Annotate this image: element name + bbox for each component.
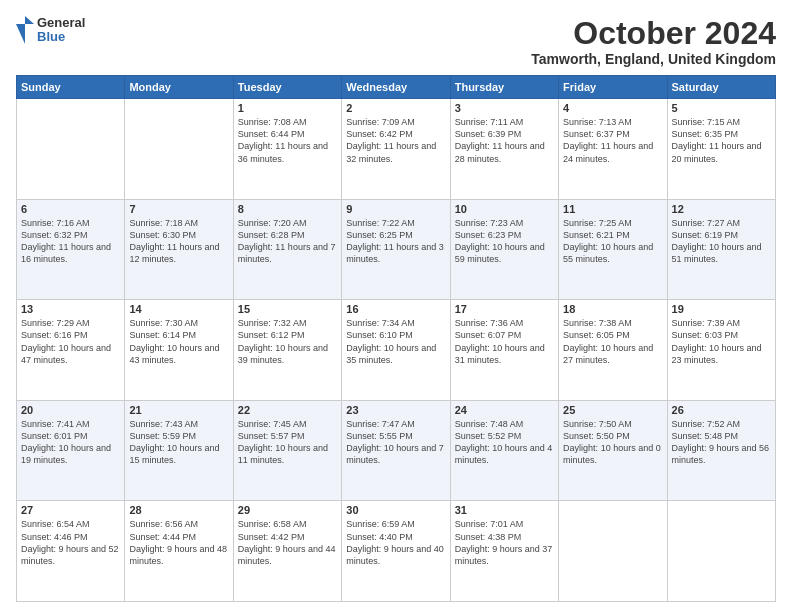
table-row: 16Sunrise: 7:34 AMSunset: 6:10 PMDayligh… <box>342 300 450 401</box>
day-info: Sunrise: 7:18 AMSunset: 6:30 PMDaylight:… <box>129 217 228 266</box>
table-row: 12Sunrise: 7:27 AMSunset: 6:19 PMDayligh… <box>667 199 775 300</box>
table-row: 9Sunrise: 7:22 AMSunset: 6:25 PMDaylight… <box>342 199 450 300</box>
day-info: Sunrise: 7:09 AMSunset: 6:42 PMDaylight:… <box>346 116 445 165</box>
day-number: 16 <box>346 303 445 315</box>
page: General Blue October 2024 Tamworth, Engl… <box>0 0 792 612</box>
title-block: October 2024 Tamworth, England, United K… <box>531 16 776 67</box>
day-number: 3 <box>455 102 554 114</box>
table-row <box>559 501 667 602</box>
day-info: Sunrise: 7:25 AMSunset: 6:21 PMDaylight:… <box>563 217 662 266</box>
table-row: 23Sunrise: 7:47 AMSunset: 5:55 PMDayligh… <box>342 400 450 501</box>
day-info: Sunrise: 7:41 AMSunset: 6:01 PMDaylight:… <box>21 418 120 467</box>
day-number: 31 <box>455 504 554 516</box>
calendar-week-row: 27Sunrise: 6:54 AMSunset: 4:46 PMDayligh… <box>17 501 776 602</box>
table-row: 14Sunrise: 7:30 AMSunset: 6:14 PMDayligh… <box>125 300 233 401</box>
table-row <box>17 99 125 200</box>
table-row: 27Sunrise: 6:54 AMSunset: 4:46 PMDayligh… <box>17 501 125 602</box>
table-row: 26Sunrise: 7:52 AMSunset: 5:48 PMDayligh… <box>667 400 775 501</box>
day-number: 30 <box>346 504 445 516</box>
day-info: Sunrise: 7:15 AMSunset: 6:35 PMDaylight:… <box>672 116 771 165</box>
svg-marker-1 <box>16 24 25 44</box>
day-info: Sunrise: 7:20 AMSunset: 6:28 PMDaylight:… <box>238 217 337 266</box>
table-row: 31Sunrise: 7:01 AMSunset: 4:38 PMDayligh… <box>450 501 558 602</box>
day-info: Sunrise: 7:47 AMSunset: 5:55 PMDaylight:… <box>346 418 445 467</box>
table-row: 10Sunrise: 7:23 AMSunset: 6:23 PMDayligh… <box>450 199 558 300</box>
day-number: 28 <box>129 504 228 516</box>
table-row <box>667 501 775 602</box>
day-number: 6 <box>21 203 120 215</box>
day-info: Sunrise: 7:48 AMSunset: 5:52 PMDaylight:… <box>455 418 554 467</box>
table-row: 17Sunrise: 7:36 AMSunset: 6:07 PMDayligh… <box>450 300 558 401</box>
table-row: 30Sunrise: 6:59 AMSunset: 4:40 PMDayligh… <box>342 501 450 602</box>
day-number: 24 <box>455 404 554 416</box>
table-row: 19Sunrise: 7:39 AMSunset: 6:03 PMDayligh… <box>667 300 775 401</box>
table-row: 29Sunrise: 6:58 AMSunset: 4:42 PMDayligh… <box>233 501 341 602</box>
day-number: 7 <box>129 203 228 215</box>
table-row <box>125 99 233 200</box>
day-number: 9 <box>346 203 445 215</box>
location: Tamworth, England, United Kingdom <box>531 51 776 67</box>
day-number: 21 <box>129 404 228 416</box>
table-row: 1Sunrise: 7:08 AMSunset: 6:44 PMDaylight… <box>233 99 341 200</box>
day-number: 2 <box>346 102 445 114</box>
day-info: Sunrise: 6:58 AMSunset: 4:42 PMDaylight:… <box>238 518 337 567</box>
day-info: Sunrise: 7:38 AMSunset: 6:05 PMDaylight:… <box>563 317 662 366</box>
day-info: Sunrise: 7:29 AMSunset: 6:16 PMDaylight:… <box>21 317 120 366</box>
table-row: 2Sunrise: 7:09 AMSunset: 6:42 PMDaylight… <box>342 99 450 200</box>
day-info: Sunrise: 6:54 AMSunset: 4:46 PMDaylight:… <box>21 518 120 567</box>
table-row: 8Sunrise: 7:20 AMSunset: 6:28 PMDaylight… <box>233 199 341 300</box>
month-title: October 2024 <box>531 16 776 51</box>
day-number: 12 <box>672 203 771 215</box>
day-info: Sunrise: 7:16 AMSunset: 6:32 PMDaylight:… <box>21 217 120 266</box>
day-number: 8 <box>238 203 337 215</box>
day-number: 29 <box>238 504 337 516</box>
table-row: 22Sunrise: 7:45 AMSunset: 5:57 PMDayligh… <box>233 400 341 501</box>
col-wednesday: Wednesday <box>342 76 450 99</box>
col-tuesday: Tuesday <box>233 76 341 99</box>
table-row: 3Sunrise: 7:11 AMSunset: 6:39 PMDaylight… <box>450 99 558 200</box>
table-row: 13Sunrise: 7:29 AMSunset: 6:16 PMDayligh… <box>17 300 125 401</box>
day-info: Sunrise: 7:22 AMSunset: 6:25 PMDaylight:… <box>346 217 445 266</box>
day-number: 25 <box>563 404 662 416</box>
day-info: Sunrise: 7:50 AMSunset: 5:50 PMDaylight:… <box>563 418 662 467</box>
table-row: 6Sunrise: 7:16 AMSunset: 6:32 PMDaylight… <box>17 199 125 300</box>
day-number: 26 <box>672 404 771 416</box>
day-info: Sunrise: 7:27 AMSunset: 6:19 PMDaylight:… <box>672 217 771 266</box>
day-info: Sunrise: 7:43 AMSunset: 5:59 PMDaylight:… <box>129 418 228 467</box>
day-info: Sunrise: 7:08 AMSunset: 6:44 PMDaylight:… <box>238 116 337 165</box>
day-number: 22 <box>238 404 337 416</box>
day-info: Sunrise: 7:11 AMSunset: 6:39 PMDaylight:… <box>455 116 554 165</box>
table-row: 28Sunrise: 6:56 AMSunset: 4:44 PMDayligh… <box>125 501 233 602</box>
day-number: 17 <box>455 303 554 315</box>
day-number: 23 <box>346 404 445 416</box>
day-number: 5 <box>672 102 771 114</box>
table-row: 21Sunrise: 7:43 AMSunset: 5:59 PMDayligh… <box>125 400 233 501</box>
logo-general: General <box>37 16 85 30</box>
day-info: Sunrise: 7:39 AMSunset: 6:03 PMDaylight:… <box>672 317 771 366</box>
table-row: 7Sunrise: 7:18 AMSunset: 6:30 PMDaylight… <box>125 199 233 300</box>
calendar-week-row: 1Sunrise: 7:08 AMSunset: 6:44 PMDaylight… <box>17 99 776 200</box>
calendar-table: Sunday Monday Tuesday Wednesday Thursday… <box>16 75 776 602</box>
table-row: 24Sunrise: 7:48 AMSunset: 5:52 PMDayligh… <box>450 400 558 501</box>
col-saturday: Saturday <box>667 76 775 99</box>
logo: General Blue <box>16 16 85 45</box>
day-info: Sunrise: 7:45 AMSunset: 5:57 PMDaylight:… <box>238 418 337 467</box>
day-info: Sunrise: 7:30 AMSunset: 6:14 PMDaylight:… <box>129 317 228 366</box>
day-info: Sunrise: 6:56 AMSunset: 4:44 PMDaylight:… <box>129 518 228 567</box>
col-thursday: Thursday <box>450 76 558 99</box>
table-row: 15Sunrise: 7:32 AMSunset: 6:12 PMDayligh… <box>233 300 341 401</box>
day-number: 18 <box>563 303 662 315</box>
table-row: 4Sunrise: 7:13 AMSunset: 6:37 PMDaylight… <box>559 99 667 200</box>
svg-marker-0 <box>25 16 34 24</box>
day-info: Sunrise: 7:23 AMSunset: 6:23 PMDaylight:… <box>455 217 554 266</box>
day-number: 13 <box>21 303 120 315</box>
day-number: 14 <box>129 303 228 315</box>
day-info: Sunrise: 7:13 AMSunset: 6:37 PMDaylight:… <box>563 116 662 165</box>
day-info: Sunrise: 6:59 AMSunset: 4:40 PMDaylight:… <box>346 518 445 567</box>
day-number: 1 <box>238 102 337 114</box>
table-row: 20Sunrise: 7:41 AMSunset: 6:01 PMDayligh… <box>17 400 125 501</box>
day-number: 19 <box>672 303 771 315</box>
calendar-week-row: 6Sunrise: 7:16 AMSunset: 6:32 PMDaylight… <box>17 199 776 300</box>
calendar-header-row: Sunday Monday Tuesday Wednesday Thursday… <box>17 76 776 99</box>
table-row: 18Sunrise: 7:38 AMSunset: 6:05 PMDayligh… <box>559 300 667 401</box>
